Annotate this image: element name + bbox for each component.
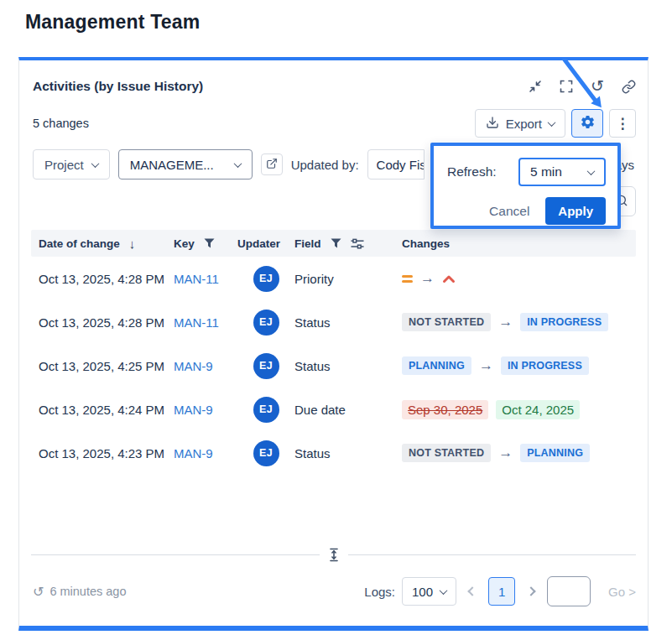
status-badge-from: NOT STARTED: [402, 313, 491, 331]
divider-line: [348, 554, 637, 555]
logs-label: Logs:: [364, 585, 395, 599]
widget-header-icons: ↺: [529, 80, 636, 94]
field-cell: Status: [294, 315, 402, 330]
change-arrow-icon: →: [479, 357, 493, 374]
go-to-page-input[interactable]: [547, 576, 591, 606]
settings-button[interactable]: [571, 109, 603, 138]
changes-count: 5 changes: [33, 117, 89, 130]
go-button[interactable]: Go >: [603, 585, 636, 599]
changes-cell: PLANNING → IN PROGRESS: [402, 356, 636, 375]
status-badge-to: PLANNING: [520, 444, 590, 462]
project-value-dropdown[interactable]: MANAGEME...: [118, 149, 253, 180]
column-label: Changes: [402, 237, 450, 250]
widget-title: Activities (by Issue History): [33, 79, 203, 94]
filter-funnel-icon[interactable]: [204, 238, 215, 248]
issue-key-link[interactable]: MAN-9: [174, 446, 237, 460]
column-date-of-change: Date of change ↓: [31, 237, 174, 251]
issue-key-link[interactable]: MAN-9: [174, 359, 237, 373]
chevron-down-icon: [548, 118, 556, 127]
widget-header: Activities (by Issue History) ↺: [19, 60, 648, 94]
download-icon: [486, 116, 499, 132]
change-arrow-icon: →: [420, 270, 435, 287]
field-cell: Priority: [294, 272, 402, 286]
project-value: MANAGEME...: [130, 158, 214, 172]
refresh-icon[interactable]: ↺: [591, 80, 604, 93]
project-filter-dropdown[interactable]: Project: [33, 149, 110, 180]
refresh-interval-dropdown[interactable]: 5 min: [518, 158, 606, 186]
chevron-down-icon: [91, 159, 99, 168]
field-cell: Status: [294, 359, 402, 373]
next-page-button[interactable]: [526, 586, 535, 596]
avatar[interactable]: EJ: [253, 353, 279, 379]
pagination-controls: Logs: 100 1 Go >: [364, 576, 636, 606]
refresh-setting-row: Refresh: 5 min: [447, 158, 606, 186]
avatar[interactable]: EJ: [253, 310, 279, 336]
field-cell: Status: [294, 446, 402, 460]
issue-key-link[interactable]: MAN-11: [174, 315, 237, 330]
changes-cell: Sep 30, 2025 Oct 24, 2025: [402, 400, 636, 419]
table-row: Oct 13, 2025, 4:25 PM MAN-9 EJ Status PL…: [31, 344, 636, 388]
logs-per-page-value: 100: [412, 585, 433, 599]
column-changes: Changes: [402, 237, 636, 250]
status-badge-from: PLANNING: [402, 356, 471, 375]
column-field: Field: [294, 237, 402, 250]
cancel-button[interactable]: Cancel: [489, 204, 529, 219]
updater-cell: EJ: [237, 440, 294, 466]
avatar[interactable]: EJ: [253, 397, 279, 423]
column-key: Key: [174, 237, 237, 250]
external-link-icon: [266, 158, 278, 172]
link-icon[interactable]: [622, 80, 636, 94]
updater-cell: EJ: [237, 266, 294, 292]
refresh-label: Refresh:: [447, 164, 497, 180]
column-label: Key: [174, 237, 195, 250]
table-row: Oct 13, 2025, 4:23 PM MAN-9 EJ Status NO…: [31, 431, 636, 475]
changes-cell: NOT STARTED → PLANNING: [402, 444, 636, 462]
issue-key-link[interactable]: MAN-9: [174, 403, 237, 417]
issue-key-link[interactable]: MAN-11: [174, 272, 237, 286]
expand-icon[interactable]: [560, 80, 573, 93]
apply-button[interactable]: Apply: [545, 197, 606, 225]
date-cell: Oct 13, 2025, 4:23 PM: [31, 446, 174, 460]
export-button[interactable]: Export: [475, 109, 565, 138]
table-row: Oct 13, 2025, 4:24 PM MAN-9 EJ Due date …: [31, 388, 636, 431]
avatar[interactable]: EJ: [253, 266, 279, 292]
divider-line: [31, 554, 320, 555]
date-cell: Oct 13, 2025, 4:24 PM: [31, 403, 174, 417]
sort-descending-icon[interactable]: ↓: [129, 237, 136, 251]
updated-by-dropdown[interactable]: Cody Fis: [367, 149, 425, 180]
gear-icon: [580, 114, 596, 133]
logs-per-page-dropdown[interactable]: 100: [402, 577, 456, 606]
date-cell: Oct 13, 2025, 4:25 PM: [31, 359, 174, 373]
updater-cell: EJ: [237, 397, 294, 423]
previous-page-button[interactable]: [467, 586, 477, 596]
last-refresh-text: 6 minutes ago: [49, 585, 126, 598]
change-arrow-icon: →: [498, 314, 513, 330]
priority-high-icon: [442, 272, 456, 286]
status-badge-from: NOT STARTED: [402, 444, 491, 462]
date-cell: Oct 13, 2025, 4:28 PM: [31, 315, 174, 330]
date-cell: Oct 13, 2025, 4:28 PM: [31, 272, 174, 286]
activities-widget: Activities (by Issue History) ↺: [18, 57, 649, 631]
column-label: Field: [294, 237, 321, 250]
avatar[interactable]: EJ: [253, 440, 279, 466]
column-label: Date of change: [39, 237, 120, 250]
table-header-row: Date of change ↓ Key Updater Field: [31, 230, 636, 257]
refresh-small-icon[interactable]: ↺: [33, 584, 44, 600]
table-empty-space: [19, 475, 648, 548]
kebab-menu-button[interactable]: ⋮: [609, 109, 636, 138]
activity-table: Date of change ↓ Key Updater Field: [31, 230, 636, 475]
toolbar-buttons: Export ⋮: [475, 109, 636, 138]
status-badge-to: IN PROGRESS: [501, 356, 589, 375]
field-settings-sliders-icon[interactable]: [351, 237, 364, 250]
export-label: Export: [506, 117, 542, 131]
field-cell: Due date: [294, 403, 402, 417]
current-page-indicator[interactable]: 1: [488, 577, 515, 606]
filter-funnel-icon[interactable]: [331, 238, 341, 248]
chevron-down-icon: [233, 159, 242, 168]
collapse-icon[interactable]: [529, 80, 542, 93]
vertical-resize-icon[interactable]: [327, 548, 341, 562]
chevron-down-icon: [440, 586, 448, 595]
open-in-new-button[interactable]: [261, 153, 283, 175]
column-updater: Updater: [237, 237, 294, 250]
change-arrow-icon: →: [498, 445, 513, 461]
